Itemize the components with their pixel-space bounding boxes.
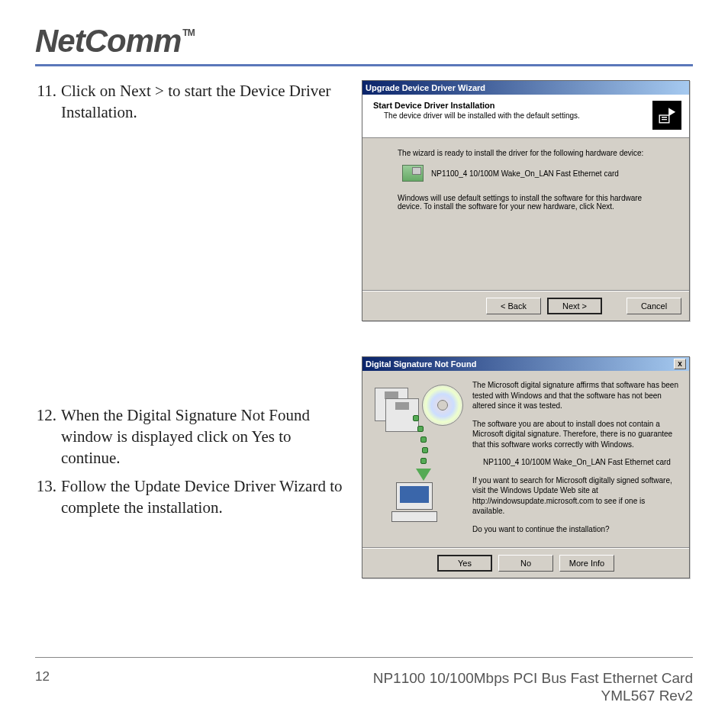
arrow-icon [413, 415, 443, 476]
wizard-title: Upgrade Device Driver Wizard [366, 83, 485, 92]
step-13: 13. Follow the Update Device Driver Wiza… [35, 475, 343, 519]
sig-p2: The software you are about to install do… [472, 419, 678, 450]
sig-p1: The Microsoft digital signature affirms … [472, 380, 678, 411]
next-button[interactable]: Next > [547, 298, 602, 314]
signature-artwork [372, 380, 463, 533]
computer-icon [391, 482, 437, 528]
page-number: 12 [35, 669, 50, 685]
wizard-note-text: Windows will use default settings to ins… [398, 194, 666, 211]
signature-title: Digital Signature Not Found [366, 359, 476, 369]
sig-p3: If you want to search for Microsoft digi… [472, 475, 678, 517]
wizard-header: Start Device Driver Installation The dev… [362, 95, 689, 138]
step-text: Click on Next > to start the Device Driv… [61, 80, 343, 124]
step-12: 12. When the Digital Signature Not Found… [35, 404, 343, 469]
network-card-icon [402, 165, 424, 182]
brand-name: NetComm [35, 23, 181, 59]
signature-dialog: Digital Signature Not Found x [362, 356, 690, 578]
yes-button[interactable]: Yes [437, 555, 492, 572]
step-number: 12. [35, 404, 61, 469]
wizard-titlebar[interactable]: Upgrade Device Driver Wizard [362, 81, 689, 95]
wizard-body: The wizard is ready to install the drive… [362, 138, 689, 291]
footer-title: NP1100 10/100Mbps PCI Bus Fast Ethernet … [373, 669, 693, 688]
wizard-buttons: < Back Next > Cancel [362, 291, 689, 321]
wizard-head-title: Start Device Driver Installation [373, 101, 652, 110]
wizard-head-subtitle: The device driver will be installed with… [373, 111, 652, 120]
content-area: 11. Click on Next > to start the Device … [35, 80, 693, 578]
cancel-button[interactable]: Cancel [627, 298, 681, 314]
device-row: NP1100_4 10/100M Wake_On_LAN Fast Ethern… [402, 165, 666, 182]
footer-rule [35, 657, 693, 658]
footer-rev: YML567 Rev2 [373, 687, 693, 705]
signature-titlebar[interactable]: Digital Signature Not Found x [362, 357, 689, 371]
page-footer: 12 NP1100 10/100Mbps PCI Bus Fast Ethern… [35, 669, 693, 706]
more-info-button[interactable]: More Info [559, 555, 614, 572]
screenshot-column: Upgrade Device Driver Wizard Start Devic… [362, 80, 690, 578]
signature-text: The Microsoft digital signature affirms … [472, 380, 678, 542]
svg-rect-0 [659, 115, 669, 123]
header-rule [35, 64, 693, 66]
step-11: 11. Click on Next > to start the Device … [35, 80, 343, 124]
step-text: Follow the Update Device Driver Wizard t… [61, 475, 343, 519]
device-name-text: NP1100_4 10/100M Wake_On_LAN Fast Ethern… [431, 169, 619, 178]
instruction-column: 11. Click on Next > to start the Device … [35, 80, 343, 578]
step-number: 13. [35, 475, 61, 519]
sig-p4: Do you want to continue the installation… [472, 524, 678, 535]
wizard-banner-icon [652, 101, 681, 130]
step-number: 11. [35, 80, 61, 124]
signature-body: The Microsoft digital signature affirms … [362, 371, 689, 548]
brand-logo: NetCommTM [35, 23, 693, 60]
close-button[interactable]: x [674, 359, 686, 369]
wizard-intro-text: The wizard is ready to install the drive… [398, 149, 666, 157]
sig-device-name: NP1100_4 10/100M Wake_On_LAN Fast Ethern… [472, 457, 678, 468]
back-button[interactable]: < Back [486, 298, 541, 314]
no-button[interactable]: No [498, 555, 553, 572]
upgrade-wizard-dialog: Upgrade Device Driver Wizard Start Devic… [362, 80, 690, 321]
signature-buttons: Yes No More Info [362, 548, 689, 578]
trademark: TM [182, 27, 194, 38]
step-text: When the Digital Signature Not Found win… [61, 404, 343, 469]
